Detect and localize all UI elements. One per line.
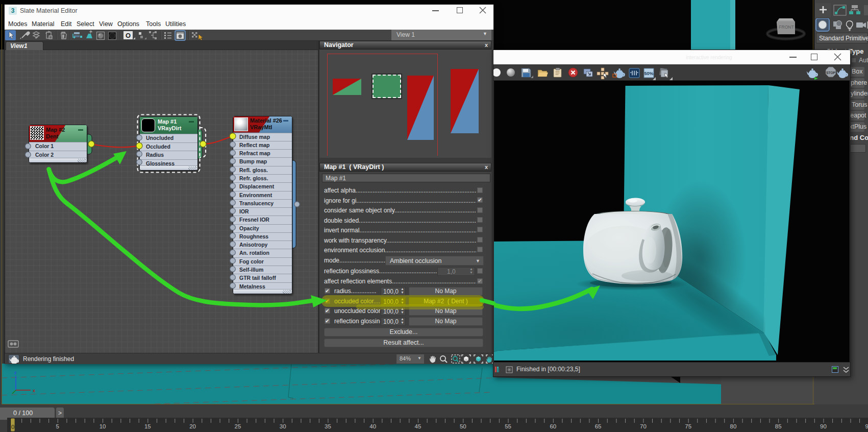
svg-text:x: x [33,388,35,393]
svg-text:FRONT: FRONT [779,25,793,30]
svg-text:50%: 50% [644,71,653,76]
svg-text:STOP: STOP [826,71,835,75]
svg-text:z: z [14,370,17,375]
svg-text:O: O [126,32,131,39]
